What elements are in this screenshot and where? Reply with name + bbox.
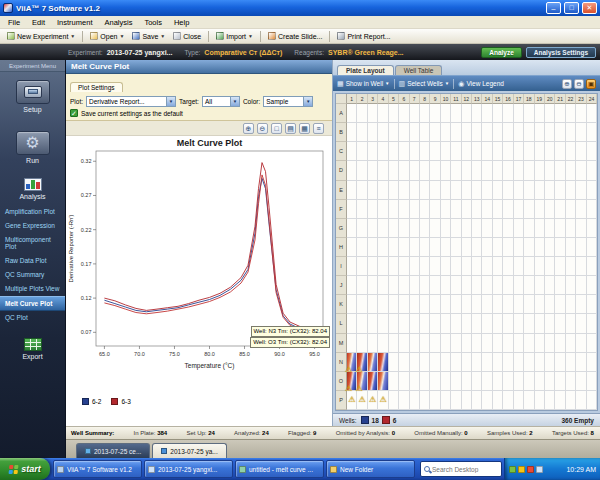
well-B24[interactable] bbox=[587, 123, 597, 142]
document-tab[interactable]: 2013-07-25 ya... bbox=[152, 443, 226, 458]
well-M23[interactable] bbox=[576, 334, 586, 353]
well-M19[interactable] bbox=[535, 334, 545, 353]
well-A13[interactable] bbox=[472, 104, 482, 123]
well-F21[interactable] bbox=[555, 200, 565, 219]
well-P23[interactable] bbox=[576, 391, 586, 410]
well-I23[interactable] bbox=[576, 257, 586, 276]
well-B20[interactable] bbox=[545, 123, 555, 142]
well-O3[interactable] bbox=[368, 372, 378, 391]
save-button[interactable]: Save▼ bbox=[129, 31, 168, 41]
well-G9[interactable] bbox=[430, 219, 440, 238]
well-O16[interactable] bbox=[503, 372, 513, 391]
well-N11[interactable] bbox=[451, 353, 461, 372]
well-G14[interactable] bbox=[482, 219, 492, 238]
well-A16[interactable] bbox=[503, 104, 513, 123]
well-O19[interactable] bbox=[535, 372, 545, 391]
well-P9[interactable] bbox=[430, 391, 440, 410]
well-N3[interactable] bbox=[368, 353, 378, 372]
plate-column-header-22[interactable]: 22 bbox=[566, 94, 576, 104]
well-N23[interactable] bbox=[576, 353, 586, 372]
well-F1[interactable] bbox=[347, 200, 357, 219]
plate-column-header-21[interactable]: 21 bbox=[555, 94, 565, 104]
well-E23[interactable] bbox=[576, 181, 586, 200]
plate-column-header-2[interactable]: 2 bbox=[357, 94, 367, 104]
well-B9[interactable] bbox=[430, 123, 440, 142]
well-G10[interactable] bbox=[441, 219, 451, 238]
well-F13[interactable] bbox=[472, 200, 482, 219]
well-M9[interactable] bbox=[430, 334, 440, 353]
plate-column-header-7[interactable]: 7 bbox=[410, 94, 420, 104]
well-A22[interactable] bbox=[566, 104, 576, 123]
plate-row-header-H[interactable]: H bbox=[336, 238, 347, 257]
well-A12[interactable] bbox=[462, 104, 472, 123]
sidebar-item-setup[interactable]: Setup bbox=[0, 77, 65, 116]
well-A6[interactable] bbox=[399, 104, 409, 123]
well-A9[interactable] bbox=[430, 104, 440, 123]
well-P6[interactable] bbox=[399, 391, 409, 410]
well-K14[interactable] bbox=[482, 295, 492, 314]
well-N6[interactable] bbox=[399, 353, 409, 372]
well-B18[interactable] bbox=[524, 123, 534, 142]
import-button[interactable]: Import▼ bbox=[213, 31, 256, 41]
well-B10[interactable] bbox=[441, 123, 451, 142]
well-M13[interactable] bbox=[472, 334, 482, 353]
well-H1[interactable] bbox=[347, 238, 357, 257]
well-L12[interactable] bbox=[462, 314, 472, 333]
well-H20[interactable] bbox=[545, 238, 555, 257]
well-E8[interactable] bbox=[420, 181, 430, 200]
plot-settings-tab[interactable]: Plot Settings bbox=[70, 82, 123, 92]
well-L17[interactable] bbox=[514, 314, 524, 333]
well-K18[interactable] bbox=[524, 295, 534, 314]
sidebar-item-qc-plot[interactable]: QC Plot bbox=[0, 311, 65, 325]
well-O2[interactable]: ⚠ bbox=[357, 372, 367, 391]
well-F22[interactable] bbox=[566, 200, 576, 219]
well-A24[interactable] bbox=[587, 104, 597, 123]
well-F6[interactable] bbox=[399, 200, 409, 219]
well-O22[interactable] bbox=[566, 372, 576, 391]
well-D8[interactable] bbox=[420, 161, 430, 180]
well-F4[interactable] bbox=[378, 200, 388, 219]
well-I2[interactable] bbox=[357, 257, 367, 276]
well-D18[interactable] bbox=[524, 161, 534, 180]
well-N13[interactable] bbox=[472, 353, 482, 372]
well-P2[interactable]: ⚠ bbox=[357, 391, 367, 410]
well-H6[interactable] bbox=[399, 238, 409, 257]
well-B3[interactable] bbox=[368, 123, 378, 142]
well-I21[interactable] bbox=[555, 257, 565, 276]
well-C23[interactable] bbox=[576, 142, 586, 161]
well-O18[interactable] bbox=[524, 372, 534, 391]
well-B23[interactable] bbox=[576, 123, 586, 142]
well-M4[interactable] bbox=[378, 334, 388, 353]
well-G18[interactable] bbox=[524, 219, 534, 238]
well-L24[interactable] bbox=[587, 314, 597, 333]
zoom-out-icon[interactable]: ⊖ bbox=[257, 123, 268, 134]
create-slide-button[interactable]: Create Slide... bbox=[265, 31, 325, 41]
well-J11[interactable] bbox=[451, 276, 461, 295]
well-O7[interactable] bbox=[410, 372, 420, 391]
well-D7[interactable] bbox=[410, 161, 420, 180]
well-D1[interactable] bbox=[347, 161, 357, 180]
search-input[interactable] bbox=[432, 466, 498, 473]
plate-print-icon[interactable]: ▣ bbox=[586, 79, 596, 89]
well-C6[interactable] bbox=[399, 142, 409, 161]
well-P12[interactable] bbox=[462, 391, 472, 410]
well-G21[interactable] bbox=[555, 219, 565, 238]
plate-column-header-11[interactable]: 11 bbox=[451, 94, 461, 104]
well-N15[interactable] bbox=[493, 353, 503, 372]
close-button[interactable]: Close bbox=[170, 31, 204, 41]
well-G5[interactable] bbox=[389, 219, 399, 238]
well-L23[interactable] bbox=[576, 314, 586, 333]
well-A8[interactable] bbox=[420, 104, 430, 123]
well-L16[interactable] bbox=[503, 314, 513, 333]
well-D16[interactable] bbox=[503, 161, 513, 180]
plate-row-header-C[interactable]: C bbox=[336, 142, 347, 161]
well-K7[interactable] bbox=[410, 295, 420, 314]
well-G19[interactable] bbox=[535, 219, 545, 238]
well-K16[interactable] bbox=[503, 295, 513, 314]
well-B16[interactable] bbox=[503, 123, 513, 142]
taskbar-button[interactable]: untitled - melt curve ... bbox=[235, 460, 324, 478]
chart-options-icon[interactable]: ≡ bbox=[313, 123, 324, 134]
well-B14[interactable] bbox=[482, 123, 492, 142]
well-K6[interactable] bbox=[399, 295, 409, 314]
well-I13[interactable] bbox=[472, 257, 482, 276]
